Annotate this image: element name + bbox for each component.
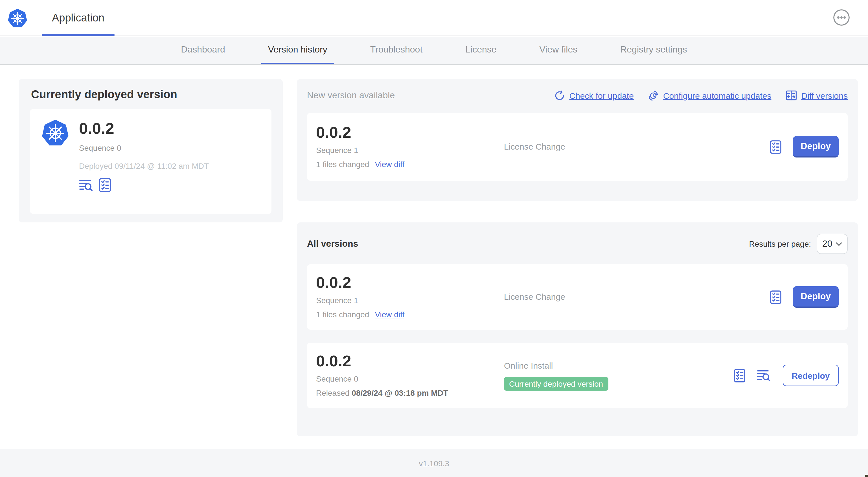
deployed-sequence: Sequence 0 <box>79 143 209 152</box>
overflow-menu-button[interactable] <box>833 9 850 26</box>
view-logs-icon[interactable] <box>757 369 772 382</box>
results-per-page-label: Results per page: <box>749 239 811 248</box>
app-header: Application <box>0 0 868 36</box>
kubernetes-logo-icon <box>7 8 28 28</box>
tab-view-files[interactable]: View files <box>533 37 584 64</box>
preflight-checks-icon[interactable] <box>99 178 111 192</box>
results-per-page-select[interactable]: 20 <box>817 234 848 254</box>
currently-deployed-title: Currently deployed version <box>31 88 272 101</box>
main-content: Currently deployed version <box>0 65 868 449</box>
screen-corner-artifact <box>865 475 868 477</box>
version-row: 0.0.2 Sequence 0 Released08/29/24 @ 03:1… <box>307 342 848 408</box>
new-version-title: New version available <box>307 90 395 100</box>
version-sequence: Sequence 1 <box>316 146 504 155</box>
all-versions-title: All versions <box>307 239 358 249</box>
new-version-panel: New version available Check for update <box>297 79 858 201</box>
preflight-checks-icon[interactable] <box>734 368 746 383</box>
diff-versions-link[interactable]: Diff versions <box>785 89 848 101</box>
currently-deployed-panel: Currently deployed version <box>19 79 283 222</box>
tab-label: Dashboard <box>181 44 225 55</box>
check-for-update-link[interactable]: Check for update <box>553 89 634 101</box>
version-source: Online Install <box>504 360 553 370</box>
app-subnav: Dashboard Version history Troubleshoot L… <box>0 37 868 65</box>
currently-deployed-card: 0.0.2 Sequence 0 Deployed 09/11/24 @ 11:… <box>30 109 272 214</box>
version-number: 0.0.2 <box>316 353 504 369</box>
app-tab-application[interactable]: Application <box>42 0 115 35</box>
released-date: 08/29/24 @ 03:18 pm MDT <box>351 388 448 397</box>
tab-label: Registry settings <box>620 44 687 55</box>
version-number: 0.0.2 <box>316 125 504 141</box>
refresh-icon <box>553 89 565 101</box>
version-source: License Change <box>504 292 565 301</box>
released-prefix: Released <box>316 388 349 397</box>
all-versions-panel: All versions Results per page: 20 0.0.2 <box>297 222 858 436</box>
tab-dashboard[interactable]: Dashboard <box>174 37 232 64</box>
version-sequence: Sequence 1 <box>316 296 504 305</box>
preflight-checks-icon[interactable] <box>770 140 781 154</box>
preflight-checks-icon[interactable] <box>770 290 781 304</box>
deploy-button[interactable]: Deploy <box>793 286 839 308</box>
ellipsis-icon <box>833 9 850 26</box>
configure-automatic-updates-label: Configure automatic updates <box>663 91 772 100</box>
view-diff-link[interactable]: View diff <box>375 310 404 319</box>
redeploy-button[interactable]: Redeploy <box>783 365 839 386</box>
currently-deployed-badge: Currently deployed version <box>504 377 608 390</box>
app-window: Application Dashboard Version history Tr… <box>0 0 868 477</box>
view-diff-link[interactable]: View diff <box>375 160 404 169</box>
results-per-page-value: 20 <box>822 239 832 249</box>
tab-label: License <box>465 44 496 55</box>
app-footer: v1.109.3 <box>0 449 868 477</box>
tab-label: Troubleshoot <box>370 44 423 55</box>
configure-automatic-updates-link[interactable]: Configure automatic updates <box>647 89 772 101</box>
tab-registry-settings[interactable]: Registry settings <box>614 37 694 64</box>
diff-versions-label: Diff versions <box>801 91 848 100</box>
deployed-timestamp: Deployed 09/11/24 @ 11:02 am MDT <box>79 161 209 171</box>
tab-troubleshoot[interactable]: Troubleshoot <box>364 37 430 64</box>
console-version: v1.109.3 <box>419 459 449 468</box>
app-tab-label: Application <box>52 11 104 24</box>
released-timestamp: Released08/29/24 @ 03:18 pm MDT <box>316 388 504 397</box>
currently-deployed-details: 0.0.2 Sequence 0 Deployed 09/11/24 @ 11:… <box>79 119 209 204</box>
new-version-card: 0.0.2 Sequence 1 1 files changed View di… <box>307 113 848 181</box>
deploy-button[interactable]: Deploy <box>793 136 839 157</box>
version-source: License Change <box>504 142 565 151</box>
tab-version-history[interactable]: Version history <box>261 37 334 64</box>
tab-label: Version history <box>268 44 327 55</box>
deployed-version-number: 0.0.2 <box>79 121 209 137</box>
kubernetes-app-icon <box>41 119 69 147</box>
update-actions: Check for update Configure automatic upd… <box>553 89 848 101</box>
chevron-down-icon <box>836 242 842 246</box>
schedule-update-icon <box>647 89 659 101</box>
tab-license[interactable]: License <box>459 37 503 64</box>
files-changed-text: 1 files changed <box>316 160 369 169</box>
view-logs-icon[interactable] <box>79 179 94 191</box>
files-changed-text: 1 files changed <box>316 310 369 319</box>
tab-label: View files <box>539 44 578 55</box>
version-row: 0.0.2 Sequence 1 1 files changed View di… <box>307 264 848 330</box>
diff-icon <box>785 89 797 101</box>
check-for-update-label: Check for update <box>569 91 634 100</box>
version-number: 0.0.2 <box>316 275 504 291</box>
version-sequence: Sequence 0 <box>316 374 504 383</box>
